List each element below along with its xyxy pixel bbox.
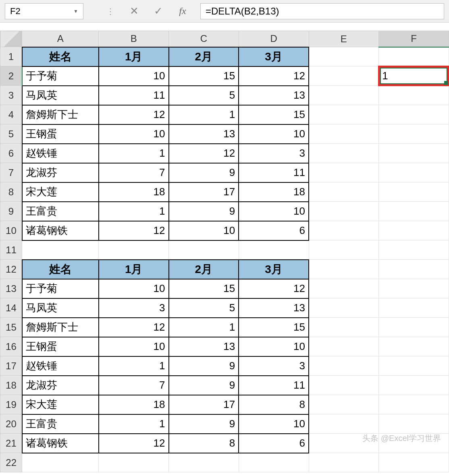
cell-B22[interactable] xyxy=(99,453,169,472)
options-icon[interactable]: ⋮ xyxy=(98,3,122,19)
name-box[interactable]: F2 ▼ xyxy=(5,3,83,19)
cell-B2[interactable]: 10 xyxy=(99,66,169,86)
cell-C6[interactable]: 12 xyxy=(169,144,239,163)
cell-F20[interactable] xyxy=(379,414,449,434)
cell-D3[interactable]: 13 xyxy=(239,86,309,105)
cell-A6[interactable]: 赵铁锤 xyxy=(22,144,99,163)
cell-F6[interactable] xyxy=(379,144,449,163)
cell-E7[interactable] xyxy=(309,163,379,182)
cell-E22[interactable] xyxy=(309,453,379,472)
cell-D17[interactable]: 3 xyxy=(239,356,309,376)
cell-D2[interactable]: 12 xyxy=(239,66,309,86)
cell-B3[interactable]: 11 xyxy=(99,86,169,105)
fill-handle[interactable] xyxy=(444,81,448,85)
cell-E20[interactable] xyxy=(309,414,379,434)
cell-B16[interactable]: 10 xyxy=(99,337,169,356)
cell-B8[interactable]: 18 xyxy=(99,182,169,202)
cell-C16[interactable]: 13 xyxy=(169,337,239,356)
row-header-21[interactable]: 21 xyxy=(0,434,22,453)
cell-E10[interactable] xyxy=(309,221,379,240)
cell-D11[interactable] xyxy=(239,240,309,260)
col-header-F[interactable]: F xyxy=(379,31,449,47)
col-header-C[interactable]: C xyxy=(169,31,239,47)
cell-E2[interactable] xyxy=(309,66,379,86)
cell-C13[interactable]: 15 xyxy=(169,279,239,298)
cell-E9[interactable] xyxy=(309,202,379,221)
row-header-12[interactable]: 12 xyxy=(0,260,22,279)
cell-B1[interactable]: 1月 xyxy=(99,47,169,66)
cell-A15[interactable]: 詹姆斯下士 xyxy=(22,318,99,337)
cell-F11[interactable] xyxy=(379,240,449,260)
cell-F10[interactable] xyxy=(379,221,449,240)
cell-B5[interactable]: 10 xyxy=(99,124,169,144)
cell-B14[interactable]: 3 xyxy=(99,298,169,318)
cell-A19[interactable]: 宋大莲 xyxy=(22,395,99,414)
cell-F18[interactable] xyxy=(379,376,449,395)
row-header-9[interactable]: 9 xyxy=(0,202,22,221)
cell-E8[interactable] xyxy=(309,182,379,202)
cell-D20[interactable]: 10 xyxy=(239,414,309,434)
cell-A8[interactable]: 宋大莲 xyxy=(22,182,99,202)
cell-C17[interactable]: 9 xyxy=(169,356,239,376)
cell-F14[interactable] xyxy=(379,298,449,318)
row-header-20[interactable]: 20 xyxy=(0,414,22,434)
cell-C9[interactable]: 9 xyxy=(169,202,239,221)
row-header-5[interactable]: 5 xyxy=(0,124,22,144)
cell-E15[interactable] xyxy=(309,318,379,337)
cell-A14[interactable]: 马凤英 xyxy=(22,298,99,318)
cell-A4[interactable]: 詹姆斯下士 xyxy=(22,105,99,124)
cell-C22[interactable] xyxy=(169,453,239,472)
row-header-11[interactable]: 11 xyxy=(0,240,22,260)
cell-B21[interactable]: 12 xyxy=(99,434,169,453)
cell-B9[interactable]: 1 xyxy=(99,202,169,221)
cell-C14[interactable]: 5 xyxy=(169,298,239,318)
cell-C1[interactable]: 2月 xyxy=(169,47,239,66)
row-header-7[interactable]: 7 xyxy=(0,163,22,182)
cell-B7[interactable]: 7 xyxy=(99,163,169,182)
row-header-4[interactable]: 4 xyxy=(0,105,22,124)
cell-E14[interactable] xyxy=(309,298,379,318)
cell-D5[interactable]: 10 xyxy=(239,124,309,144)
cell-B15[interactable]: 12 xyxy=(99,318,169,337)
cell-A20[interactable]: 王富贵 xyxy=(22,414,99,434)
cell-B6[interactable]: 1 xyxy=(99,144,169,163)
cell-F7[interactable] xyxy=(379,163,449,182)
cell-F13[interactable] xyxy=(379,279,449,298)
row-header-16[interactable]: 16 xyxy=(0,337,22,356)
cell-A11[interactable] xyxy=(22,240,99,260)
cell-F4[interactable] xyxy=(379,105,449,124)
cell-C7[interactable]: 9 xyxy=(169,163,239,182)
cell-C20[interactable]: 9 xyxy=(169,414,239,434)
cell-D7[interactable]: 11 xyxy=(239,163,309,182)
cell-D10[interactable]: 6 xyxy=(239,221,309,240)
cell-E13[interactable] xyxy=(309,279,379,298)
cell-F22[interactable] xyxy=(379,453,449,472)
row-header-10[interactable]: 10 xyxy=(0,221,22,240)
cell-F16[interactable] xyxy=(379,337,449,356)
cell-D16[interactable]: 10 xyxy=(239,337,309,356)
cell-A3[interactable]: 马凤英 xyxy=(22,86,99,105)
cancel-icon[interactable]: ✕ xyxy=(122,3,146,19)
row-header-6[interactable]: 6 xyxy=(0,144,22,163)
cell-B4[interactable]: 12 xyxy=(99,105,169,124)
cell-E1[interactable] xyxy=(309,47,379,66)
row-header-15[interactable]: 15 xyxy=(0,318,22,337)
cell-C5[interactable]: 13 xyxy=(169,124,239,144)
cell-D6[interactable]: 3 xyxy=(239,144,309,163)
cell-C12[interactable]: 2月 xyxy=(169,260,239,279)
cell-E6[interactable] xyxy=(309,144,379,163)
cell-E3[interactable] xyxy=(309,86,379,105)
cell-F21[interactable] xyxy=(379,434,449,453)
cell-B20[interactable]: 1 xyxy=(99,414,169,434)
cell-E12[interactable] xyxy=(309,260,379,279)
cell-C21[interactable]: 8 xyxy=(169,434,239,453)
cell-D19[interactable]: 8 xyxy=(239,395,309,414)
cell-D13[interactable]: 12 xyxy=(239,279,309,298)
spreadsheet[interactable]: ABCDEF1姓名1月2月3月2于予菊10151213马凤英115134詹姆斯下… xyxy=(0,31,449,472)
cell-D22[interactable] xyxy=(239,453,309,472)
cell-C18[interactable]: 9 xyxy=(169,376,239,395)
cell-A10[interactable]: 诸葛钢铁 xyxy=(22,221,99,240)
fx-icon[interactable]: fx xyxy=(170,3,195,19)
col-header-E[interactable]: E xyxy=(309,31,379,47)
cell-E18[interactable] xyxy=(309,376,379,395)
